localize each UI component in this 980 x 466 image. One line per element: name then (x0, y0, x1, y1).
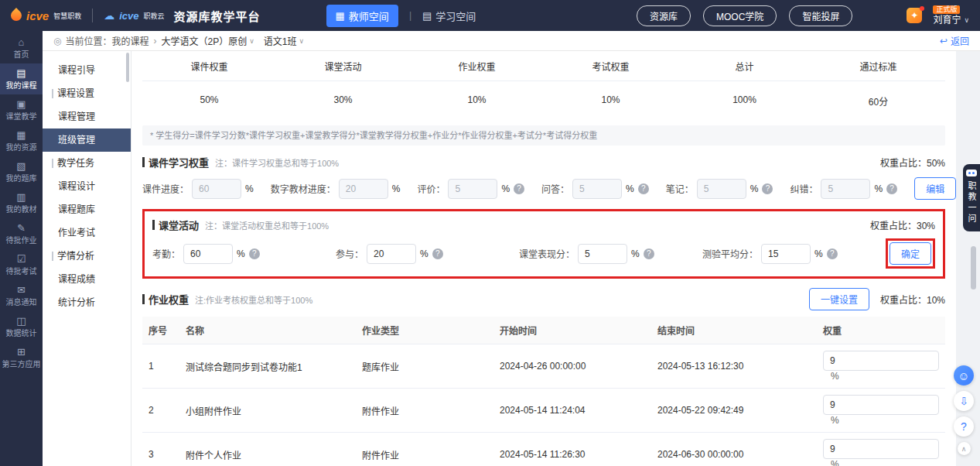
field-attendance: 考勤： % ? (152, 244, 336, 264)
field-qa: 问答： % ? (541, 179, 649, 199)
nav-divider: | (409, 10, 411, 21)
summary-col-activity: 课堂活动 (276, 51, 410, 81)
menu-item-class-management[interactable]: 班级管理 (43, 128, 131, 152)
rail-item-question-bank[interactable]: ▧ 我的题库 (0, 156, 43, 187)
home-icon: ⌂ (19, 37, 25, 47)
menu-group-course-settings: 课程设置 (43, 82, 131, 105)
smart-cast-button[interactable]: 智能投屏 (789, 5, 852, 26)
notification-icon[interactable]: ✦ (907, 8, 922, 23)
rail-item-textbooks[interactable]: ▥ 我的教材 (0, 187, 43, 218)
menu-item-statistical-analysis[interactable]: 统计分析 (43, 291, 131, 314)
breadcrumb-class-dropdown[interactable]: 语文1班 ∨ (264, 34, 304, 47)
breadcrumb-course-dropdown[interactable]: 大学语文（2P）原创 ∨ (162, 34, 254, 47)
participation-input[interactable] (367, 244, 416, 264)
notification-badge-dot (920, 6, 924, 11)
weight-input[interactable] (823, 351, 939, 371)
back-icon: ↩ (940, 36, 948, 46)
brand-divider (92, 9, 93, 22)
help-icon[interactable]: ? (249, 248, 260, 259)
summary-value-exam: 10% (544, 81, 678, 119)
help-icon[interactable]: ? (827, 248, 838, 259)
weight-share: 权重占比：10% (880, 293, 945, 306)
homework-weight-header: 作业权重 注:作业考核权重总和等于100% 一键设置 权重占比：10% (142, 288, 945, 310)
confirm-button[interactable]: 确定 (890, 242, 931, 265)
student-space-icon: ▤ (422, 10, 432, 22)
rail-item-messages[interactable]: ✉ 消息通知 (0, 280, 43, 311)
help-icon[interactable]: ? (432, 248, 443, 259)
menu-scrollbar-thumb[interactable] (126, 53, 129, 82)
attendance-input[interactable] (183, 244, 233, 264)
icon-rail: ⌂ 首页 ▤ 我的课程 ▣ 课堂教学 ▦ 我的资源 ▧ 我的题库 ▥ 我的教材 … (0, 31, 43, 466)
quick-setup-button[interactable]: 一键设置 (809, 288, 869, 310)
homework-table: 序号 名称 作业类型 开始时间 结束时间 权重 1 测试综合题同步到试卷功能1 … (142, 317, 945, 466)
weight-input[interactable] (823, 439, 939, 459)
class-performance-input[interactable] (578, 244, 627, 264)
quiz-average-input[interactable] (761, 244, 811, 264)
section-note: 注：课件学习权重总和等于100% (215, 156, 339, 169)
field-notes: 笔记： % ? (666, 179, 773, 199)
score-formula-note: * 学生得分=课件学习分数*课件学习权重+课堂教学得分*课堂教学得分权重+作业分… (142, 125, 945, 146)
resource-library-button[interactable]: 资源库 (637, 5, 691, 26)
rail-item-statistics[interactable]: ◫ 数据统计 (0, 311, 43, 342)
breadcrumb-root-link[interactable]: 我的课程 (112, 34, 149, 47)
weight-share: 权重占比：30% (870, 218, 935, 231)
help-icon[interactable]: ? (886, 183, 897, 194)
section-title-bar (142, 294, 145, 304)
rail-item-pending-homework[interactable]: ✎ 待批作业 (0, 218, 43, 249)
help-button[interactable]: ? (954, 416, 974, 437)
collapse-button[interactable]: ∧ (958, 442, 971, 455)
user-menu[interactable]: 正式版 刘育宁 ∨ (933, 5, 969, 26)
weight-summary-header: 课件权重 课堂活动 作业权重 考试权重 总计 通过标准 (142, 51, 945, 81)
summary-col-homework: 作业权重 (410, 51, 544, 81)
main-content: 课件权重 课堂活动 作业权重 考试权重 总计 通过标准 50% 30% 10% … (131, 51, 980, 466)
menu-item-course-question-bank[interactable]: 课程题库 (43, 198, 131, 221)
summary-value-activity: 30% (276, 81, 410, 119)
field-evaluation: 评价： % ? (417, 179, 524, 199)
question-bank-icon: ▧ (16, 161, 26, 171)
back-button[interactable]: ↩ 返回 (940, 34, 969, 47)
summary-value-homework: 10% (410, 81, 544, 119)
student-space-button[interactable]: ▤ 学习空间 (422, 9, 476, 23)
rail-item-classroom-teaching[interactable]: ▣ 课堂教学 (0, 94, 43, 125)
menu-group-learning-analysis: 学情分析 (43, 245, 131, 268)
zhijiao-yiwen-side-tab[interactable]: 职教一问 (963, 164, 980, 231)
teacher-space-button[interactable]: ▦ 教师空间 (326, 5, 398, 27)
breadcrumb-separator: › (154, 36, 157, 46)
section-title: 作业权重 (149, 292, 189, 307)
menu-item-homework-exam[interactable]: 作业考试 (43, 221, 131, 245)
help-icon[interactable]: ? (644, 248, 654, 259)
menu-group-teaching-tasks: 教学任务 (43, 152, 131, 175)
rail-item-my-courses[interactable]: ▤ 我的课程 (0, 63, 43, 94)
summary-col-total: 总计 (678, 51, 811, 81)
page-scrollbar-thumb[interactable] (971, 246, 976, 290)
rail-item-home[interactable]: ⌂ 首页 (0, 33, 43, 63)
assistant-robot-button[interactable]: ☺ (954, 365, 974, 385)
section-title: 课堂活动 (159, 218, 199, 232)
textbook-icon: ▥ (16, 192, 26, 202)
rail-item-pending-exams[interactable]: ☑ 待批考试 (0, 249, 43, 280)
breadcrumb-prefix: 当前位置： (65, 34, 111, 47)
brand-area: icve 智慧职教 ☁ icve 职教云 资源库教学平台 (11, 8, 261, 24)
menu-item-course-grades[interactable]: 课程成绩 (43, 268, 131, 291)
mooc-academy-button[interactable]: MOOC学院 (703, 5, 777, 26)
icve-flame-logo-icon (9, 8, 24, 23)
edit-button[interactable]: 编辑 (914, 177, 956, 200)
chevron-down-icon: ∨ (964, 16, 969, 25)
help-icon[interactable]: ? (762, 183, 773, 194)
rail-item-my-resources[interactable]: ▦ 我的资源 (0, 125, 43, 156)
help-icon[interactable]: ? (514, 183, 524, 194)
weight-input[interactable] (823, 395, 939, 415)
rail-item-third-party-apps[interactable]: ⊞ 第三方应用 (0, 342, 43, 373)
apps-grid-icon: ⊞ (17, 347, 26, 357)
menu-item-course-guide[interactable]: 课程引导 (43, 59, 131, 82)
message-icon: ✉ (17, 285, 26, 295)
field-courseware-progress: 课件进度： % (142, 179, 254, 199)
section-title-bar (152, 220, 155, 230)
download-button[interactable]: ⇩ (954, 391, 974, 411)
menu-item-course-design[interactable]: 课程设计 (43, 175, 131, 198)
resources-icon: ▦ (16, 130, 26, 140)
help-icon[interactable]: ? (638, 183, 649, 194)
menu-item-course-management[interactable]: 课程管理 (43, 105, 131, 128)
classroom-icon: ▣ (16, 99, 26, 109)
field-quiz-average: 测验平均分： % ? (702, 244, 886, 264)
